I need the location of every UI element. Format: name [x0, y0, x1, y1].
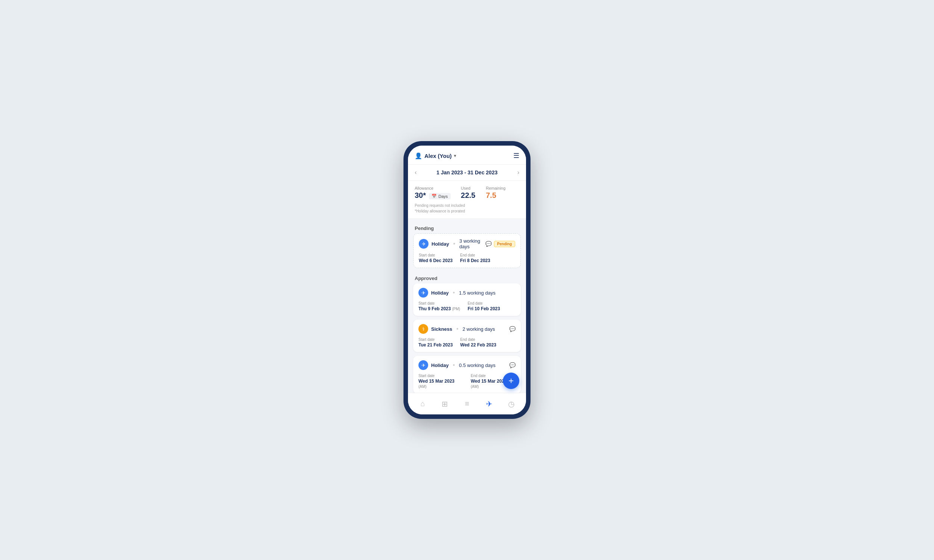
days-badge-label: Days	[438, 194, 448, 198]
hamburger-menu-icon[interactable]: ☰	[513, 152, 519, 160]
comment-icon-a2: 💬	[509, 326, 516, 332]
start-date-field-p1: Start date Wed 6 Dec 2023	[419, 253, 453, 263]
remaining-label: Remaining	[485, 186, 506, 191]
holiday-icon-a1: ✈	[418, 288, 428, 297]
end-date-value-p1: Fri 8 Dec 2023	[460, 258, 490, 263]
working-days-a1: 1.5 working days	[459, 290, 496, 296]
used-label: Used	[461, 186, 476, 191]
leave-type-a3: Holiday	[431, 363, 449, 368]
pending-cards: ✈ Holiday • 3 working days 💬 Pending Sta…	[408, 233, 526, 268]
comment-icon-a3: 💬	[509, 362, 516, 368]
end-date-field-p1: End date Fri 8 Dec 2023	[460, 253, 490, 263]
nav-list[interactable]: ≡	[456, 397, 478, 410]
end-date-label-a1: End date	[468, 301, 500, 305]
prev-period-button[interactable]: ‹	[415, 169, 416, 176]
leave-type-p1: Holiday	[432, 241, 449, 247]
nav-home[interactable]: ⌂	[412, 397, 434, 410]
user-icon: 👤	[415, 152, 422, 159]
allowance-note-2: *Holiday allowance is prorated	[415, 208, 519, 214]
end-date-field-a1: End date Fri 10 Feb 2023	[468, 301, 500, 311]
list-icon: ≡	[465, 400, 469, 408]
app-header: 👤 Alex (You) ▾ ☰	[408, 146, 526, 165]
working-days-a2: 2 working days	[462, 326, 495, 332]
leave-icon: ✈	[486, 400, 492, 408]
approved-section-label: Approved	[408, 272, 526, 283]
add-leave-fab[interactable]: +	[503, 372, 519, 389]
days-badge: 📅 Days	[429, 193, 450, 199]
end-date-label-a2: End date	[460, 337, 496, 342]
start-date-label-a2: Start date	[418, 337, 453, 342]
holiday-icon-p1: ✈	[419, 239, 428, 249]
start-date-label-a3: Start date	[418, 374, 463, 378]
allowance-note-1: Pending requests not included	[415, 203, 519, 208]
used-value: 22.5	[461, 191, 476, 199]
allowance-label: Allowance	[415, 186, 450, 191]
working-days-p1: 3 working days	[459, 238, 485, 249]
working-days-a3: 0.5 working days	[459, 363, 496, 368]
nav-clock[interactable]: ◷	[500, 397, 522, 411]
user-name-label: Alex (You)	[424, 153, 452, 159]
phone-screen: 👤 Alex (You) ▾ ☰ ‹ 1 Jan 2023 - 31 Dec 2…	[408, 146, 526, 414]
end-date-label-p1: End date	[460, 253, 490, 257]
user-info[interactable]: 👤 Alex (You) ▾	[415, 152, 456, 159]
end-date-value-a2: Wed 22 Feb 2023	[460, 342, 496, 348]
start-date-field-a2: Start date Tue 21 Feb 2023	[418, 337, 453, 348]
leave-card-pending-1[interactable]: ✈ Holiday • 3 working days 💬 Pending Sta…	[413, 233, 521, 268]
start-date-label-a1: Start date	[418, 301, 460, 305]
clock-icon: ◷	[508, 400, 515, 408]
start-date-field-a1: Start date Thu 9 Feb 2023 (PM)	[418, 301, 460, 311]
leave-card-a1[interactable]: ✈ Holiday • 1.5 working days Start date …	[413, 283, 521, 316]
start-date-value-a2: Tue 21 Feb 2023	[418, 342, 453, 348]
chevron-down-icon: ▾	[454, 154, 456, 158]
remaining-value: 7.5	[485, 191, 496, 199]
allowance-section: Allowance 30* 📅 Days Used 22.5 Remaining	[408, 181, 526, 219]
comment-icon-p1: 💬	[485, 241, 492, 247]
next-period-button[interactable]: ›	[518, 169, 519, 176]
holiday-icon-a3: ✈	[418, 360, 428, 370]
date-nav: ‹ 1 Jan 2023 - 31 Dec 2023 ›	[408, 165, 526, 181]
start-date-field-a3: Start date Wed 15 Mar 2023 (AM)	[418, 374, 463, 389]
end-date-value-a1: Fri 10 Feb 2023	[468, 306, 500, 311]
allowance-item: Allowance 30* 📅 Days	[415, 186, 450, 200]
pending-badge-p1: Pending	[494, 241, 515, 247]
allowance-value: 30*	[415, 191, 426, 199]
used-item: Used 22.5	[461, 186, 476, 200]
phone-shell: 👤 Alex (You) ▾ ☰ ‹ 1 Jan 2023 - 31 Dec 2…	[404, 141, 530, 419]
date-range-label: 1 Jan 2023 - 31 Dec 2023	[436, 169, 497, 175]
calendar-icon: 📅	[432, 194, 437, 198]
start-date-value-p1: Wed 6 Dec 2023	[419, 258, 453, 263]
start-date-value-a3: Wed 15 Mar 2023 (AM)	[418, 378, 463, 389]
remaining-item: Remaining 7.5	[485, 186, 506, 200]
start-date-label-p1: Start date	[419, 253, 453, 257]
home-icon: ⌂	[421, 400, 425, 408]
start-date-value-a1: Thu 9 Feb 2023 (PM)	[418, 306, 460, 311]
leave-card-a3[interactable]: ✈ Holiday • 0.5 working days 💬 Start dat…	[413, 356, 521, 394]
end-date-field-a2: End date Wed 22 Feb 2023	[460, 337, 496, 348]
leave-card-a2[interactable]: ⚕ Sickness • 2 working days 💬 Start date…	[413, 320, 521, 352]
leave-type-a1: Holiday	[431, 290, 449, 296]
nav-leave[interactable]: ✈	[478, 397, 500, 411]
grid-icon: ⊞	[442, 400, 448, 408]
bottom-nav: ⌂ ⊞ ≡ ✈ ◷	[408, 393, 526, 414]
nav-grid[interactable]: ⊞	[434, 397, 456, 411]
sickness-icon-a2: ⚕	[418, 324, 428, 334]
leave-type-a2: Sickness	[431, 326, 452, 332]
pending-section-label: Pending	[408, 222, 526, 233]
